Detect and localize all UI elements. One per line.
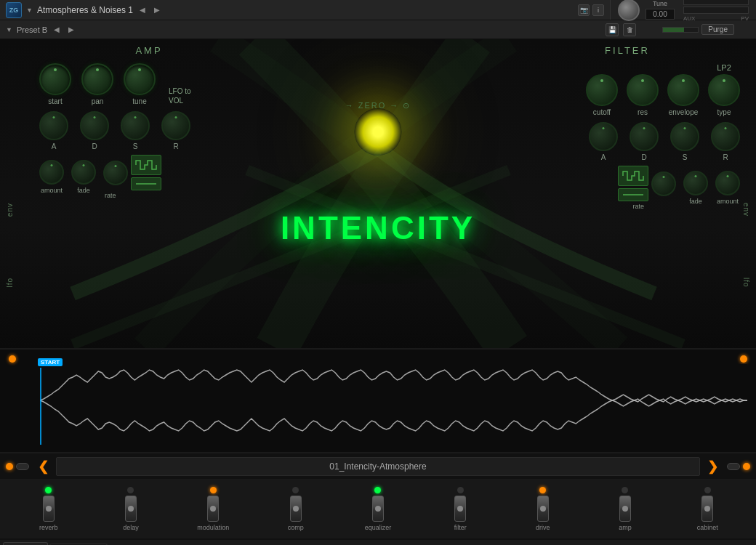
fx-filter-led: [457, 487, 464, 493]
camera-icon[interactable]: 📷: [578, 4, 590, 16]
amp-lfo-wave-btn[interactable]: [131, 155, 161, 190]
fx-equalizer[interactable]: equalizer: [337, 487, 419, 531]
fx-reverb-label: reverb: [39, 524, 58, 531]
track-nav-prev[interactable]: ❮: [33, 459, 53, 475]
filter-knob-cutoff[interactable]: cutoff: [586, 74, 618, 116]
tune-knob[interactable]: [618, 0, 640, 21]
fx-modulation-label: modulation: [197, 524, 229, 531]
lfo-side-label-left: lfo: [6, 278, 14, 288]
playhead: [40, 368, 41, 445]
fx-drive-led: [539, 487, 546, 493]
filter-title: FILTER: [515, 45, 740, 56]
filter-lfo-fade[interactable]: fade: [683, 171, 708, 205]
track-led-left-1: [6, 463, 13, 470]
fx-filter[interactable]: filter: [419, 487, 502, 531]
env-side-label-right: env: [742, 203, 750, 217]
track-led-right-1: [743, 463, 750, 470]
amp-env-a[interactable]: A: [39, 111, 68, 150]
fx-reverb[interactable]: reverb: [7, 487, 89, 531]
filter-lfo-amount-label: amount: [717, 198, 739, 205]
amp-lfo-rate-label: rate: [105, 192, 116, 199]
amp-knob-pan[interactable]: pan: [81, 63, 113, 105]
preset-label: Preset B: [17, 25, 47, 34]
filter-lfo-fade-label: fade: [689, 198, 702, 205]
fx-drive-label: drive: [536, 524, 550, 531]
zg-logo: ZG: [6, 2, 22, 18]
filter-knob-type[interactable]: [708, 74, 740, 106]
fx-delay[interactable]: delay: [89, 487, 172, 531]
fx-delay-led: [127, 487, 134, 493]
fx-drive[interactable]: drive: [502, 487, 584, 531]
tab-main[interactable]: Main: [3, 542, 48, 545]
preset-arrow: ▼: [6, 26, 12, 33]
intencity-display: INTENCITY: [281, 210, 475, 246]
filter-env-d[interactable]: D: [630, 122, 659, 161]
fx-equalizer-label: equalizer: [365, 524, 392, 531]
svg-rect-2: [40, 364, 747, 437]
track-toggle-left[interactable]: [16, 463, 29, 470]
amp-lfo-rate[interactable]: [103, 161, 128, 185]
save-icon[interactable]: 💾: [606, 23, 619, 36]
memory-bar: [662, 27, 699, 33]
fx-cabinet-label: cabinet: [697, 524, 718, 531]
track-name: 01_Intencity-Atmosphere: [56, 457, 700, 476]
connection-path: → ZERO → ⊙: [345, 101, 411, 110]
delete-icon[interactable]: 🗑: [623, 23, 636, 36]
track-toggle-right[interactable]: [727, 463, 740, 470]
amp-start-label: start: [48, 97, 62, 105]
amp-tune-label: tune: [132, 97, 146, 105]
amp-env-d[interactable]: D: [80, 111, 109, 150]
wf-led-top-left: [9, 355, 16, 363]
fx-amp[interactable]: amp: [584, 487, 666, 531]
preset-nav-next[interactable]: ▶: [66, 25, 76, 33]
filter-lfo-amount[interactable]: amount: [715, 171, 740, 205]
amp-lfo-amount-label: amount: [41, 187, 63, 194]
start-marker: START: [38, 358, 63, 366]
preset-nav-prev[interactable]: ◀: [52, 25, 62, 33]
aux-bar: [683, 0, 749, 5]
amp-knob-tune[interactable]: tune: [124, 63, 156, 105]
moon-visual: [355, 108, 402, 156]
filter-env-a[interactable]: A: [589, 122, 618, 161]
amp-title: AMP: [36, 45, 262, 56]
filter-env-s[interactable]: S: [670, 122, 699, 161]
amp-pan-label: pan: [92, 97, 104, 105]
fx-reverb-led: [45, 487, 52, 493]
env-side-label-left: env: [6, 203, 14, 217]
filter-lfo-wave-btn[interactable]: [618, 166, 648, 201]
title-nav-next[interactable]: ▶: [152, 6, 162, 14]
info-icon[interactable]: i: [592, 4, 604, 16]
waveform-display: [40, 364, 747, 437]
filter-knob-res[interactable]: res: [627, 74, 659, 116]
tune-label: Tune: [646, 0, 675, 7]
fx-amp-led: [622, 487, 628, 493]
amp-env-r[interactable]: R: [161, 111, 190, 150]
amp-knob-start[interactable]: start: [39, 63, 71, 105]
fx-comp-led: [292, 487, 299, 493]
title-nav-prev[interactable]: ◀: [137, 6, 148, 14]
fx-delay-label: delay: [123, 524, 139, 531]
track-nav-next[interactable]: ❯: [703, 459, 723, 475]
filter-env-r[interactable]: R: [711, 122, 740, 161]
amp-env-s[interactable]: S: [121, 111, 150, 150]
amp-lfo-amount[interactable]: amount: [39, 160, 64, 194]
amp-lfo-fade[interactable]: fade: [71, 160, 96, 194]
filter-lfo-rate[interactable]: [651, 171, 676, 196]
fx-modulation-led: [210, 487, 217, 493]
filter-type-label: LP2: [717, 63, 731, 72]
fx-modulation[interactable]: modulation: [172, 487, 254, 531]
tune-value: 0.00: [646, 9, 675, 20]
lfo-vol-label: LFO toVOL: [169, 86, 191, 105]
pv-bar: [683, 7, 749, 14]
filter-knob-envelope[interactable]: envelope: [667, 74, 699, 116]
fx-cabinet[interactable]: cabinet: [667, 487, 749, 531]
fx-filter-label: filter: [454, 524, 467, 531]
window-title: Atmospheres & Noises 1: [37, 5, 133, 15]
purge-button[interactable]: Purge: [701, 24, 734, 35]
fx-comp[interactable]: comp: [254, 487, 337, 531]
fx-section: reverb delay modulation comp equalizer: [0, 480, 756, 539]
fx-equalizer-led: [374, 487, 381, 493]
fx-cabinet-led: [704, 487, 711, 493]
wf-led-top-right: [740, 355, 747, 363]
dropdown-arrow: ▼: [26, 7, 33, 14]
